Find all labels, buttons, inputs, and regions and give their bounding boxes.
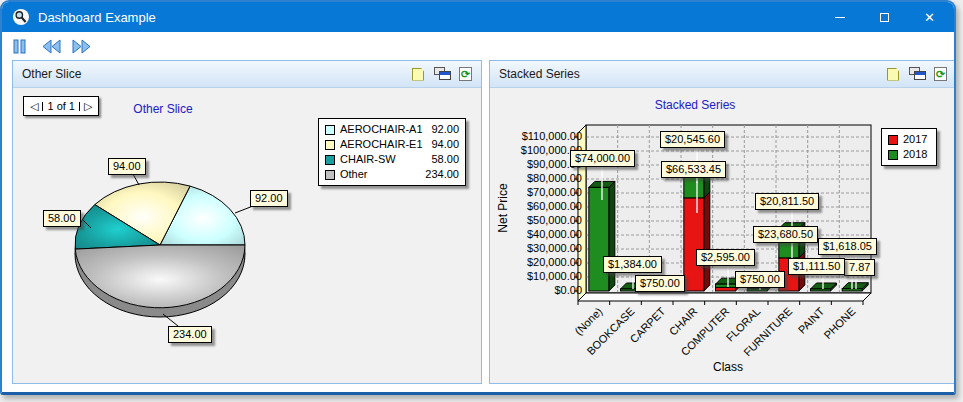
close-button[interactable]: ✕ [907, 2, 952, 32]
legend-label: AEROCHAIR-E1 [340, 137, 426, 152]
y-tick-label: $70,000.00 [490, 186, 582, 198]
value-label: $1,618.05 [818, 238, 877, 255]
pie-panel-body: ◁ 1 of 1 ▷ Other Slice 94.0058.0092.0023… [13, 88, 481, 383]
note-icon [887, 68, 899, 81]
legend-swatch [325, 155, 335, 165]
y-tick-label: $60,000.00 [490, 200, 582, 212]
dashboard-content: Other Slice ⟳ ◁ 1 of 1 ▷ [2, 60, 954, 394]
notes-button[interactable] [885, 67, 902, 82]
pause-icon [12, 39, 30, 54]
panel-header-stacked-series: Stacked Series ⟳ [490, 61, 956, 88]
window-controls: ✕ [817, 2, 952, 32]
value-label: $20,811.50 [755, 193, 819, 210]
pie-overlay: ◁ 1 of 1 ▷ Other Slice 94.0058.0092.0023… [13, 88, 481, 383]
rewind-button[interactable] [42, 37, 64, 55]
refresh-button[interactable]: ⟳ [933, 67, 950, 82]
pie-chart-title: Other Slice [13, 102, 313, 116]
maximize-button[interactable] [862, 2, 907, 32]
legend-label: AEROCHAIR-A1 [340, 122, 426, 137]
legend-swatch [325, 125, 335, 135]
minimize-icon [835, 17, 845, 18]
legend-item: AEROCHAIR-A192.00 [325, 122, 459, 137]
fast-forward-icon [72, 39, 91, 54]
value-label: $2,595.00 [696, 249, 755, 266]
legend-item: Other234.00 [325, 167, 459, 182]
value-label: $66,533.45 [661, 161, 726, 178]
y-tick-label: $30,000.00 [490, 242, 582, 254]
magnifier-icon [12, 8, 30, 26]
pie-value-label: 234.00 [168, 326, 212, 343]
refresh-button[interactable]: ⟳ [458, 67, 475, 82]
y-tick-label: $20,000.00 [490, 256, 582, 268]
panel-stacked-series: Stacked Series ⟳ Stacked Series Net Pric… [489, 60, 956, 384]
y-tick-label: $10,000.00 [490, 270, 582, 282]
legend-label: Other [340, 167, 420, 182]
legend-label: 2018 [903, 147, 930, 162]
value-label: $1,111.50 [788, 258, 845, 275]
fast-forward-button[interactable] [72, 37, 94, 55]
close-icon: ✕ [924, 10, 935, 25]
refresh-icon: ⟳ [459, 67, 472, 81]
refresh-icon: ⟳ [934, 67, 947, 81]
legend-value: 58.00 [431, 152, 459, 167]
panel-header-icons: ⟳ [410, 67, 475, 82]
pie-value-label: 92.00 [250, 190, 288, 207]
legend-label: CHAIR-SW [340, 152, 426, 167]
bar-chart-title: Stacked Series [545, 98, 845, 112]
y-tick-label: $110,000.00 [490, 130, 582, 142]
value-label: $750.00 [635, 275, 685, 292]
bar-panel-body: Stacked Series Net Price Class 20172018 … [490, 88, 956, 383]
maximize-panel-button[interactable] [909, 67, 926, 82]
legend-swatch [325, 170, 335, 180]
minimize-button[interactable] [817, 2, 862, 32]
legend-value: 94.00 [431, 137, 459, 152]
y-tick-label: $50,000.00 [490, 214, 582, 226]
panel-header-label: Stacked Series [499, 67, 885, 81]
legend-value: 234.00 [425, 167, 459, 182]
pie-value-label: 94.00 [108, 158, 146, 175]
panel-header-icons: ⟳ [885, 67, 950, 82]
note-icon [412, 68, 424, 81]
value-label: 7.87 [844, 259, 875, 276]
value-label: $20,545.60 [660, 131, 725, 148]
legend-swatch [325, 140, 335, 150]
bar-legend: 20172018 [881, 128, 937, 166]
window-title: Dashboard Example [38, 10, 156, 25]
y-tick-label: $100,000.00 [490, 144, 582, 156]
toolbar [2, 32, 954, 60]
rewind-icon [42, 39, 61, 54]
value-label: $1,384.00 [603, 256, 662, 273]
value-label: $23,680.50 [753, 226, 818, 243]
value-label: $74,000.00 [570, 150, 635, 167]
y-tick-label: $0.00 [490, 284, 582, 296]
value-label: $750.00 [735, 271, 785, 288]
legend-item: 2017 [888, 132, 930, 147]
maximize-panel-button[interactable] [434, 67, 451, 82]
pie-value-label: 58.00 [43, 210, 81, 227]
maximize-icon [880, 13, 889, 22]
y-tick-label: $40,000.00 [490, 228, 582, 240]
legend-item: 2018 [888, 147, 930, 162]
title-bar[interactable]: Dashboard Example ✕ [2, 2, 954, 32]
desktop-background: Dashboard Example ✕ [0, 0, 963, 402]
legend-item: CHAIR-SW58.00 [325, 152, 459, 167]
pause-button[interactable] [12, 37, 34, 55]
panel-other-slice: Other Slice ⟳ ◁ 1 of 1 ▷ [12, 60, 482, 384]
pie-legend: AEROCHAIR-A192.00AEROCHAIR-E194.00CHAIR-… [318, 118, 466, 186]
legend-value: 92.00 [431, 122, 459, 137]
legend-swatch [888, 150, 898, 160]
legend-swatch [888, 135, 898, 145]
bar-overlay: Stacked Series Net Price Class 20172018 … [490, 88, 956, 383]
legend-item: AEROCHAIR-E194.00 [325, 137, 459, 152]
panel-header-other-slice: Other Slice ⟳ [13, 61, 481, 88]
panel-header-label: Other Slice [22, 67, 410, 81]
notes-button[interactable] [410, 67, 427, 82]
app-window: Dashboard Example ✕ [0, 0, 956, 395]
legend-label: 2017 [903, 132, 930, 147]
y-tick-label: $90,000.00 [490, 158, 582, 170]
y-tick-label: $80,000.00 [490, 172, 582, 184]
